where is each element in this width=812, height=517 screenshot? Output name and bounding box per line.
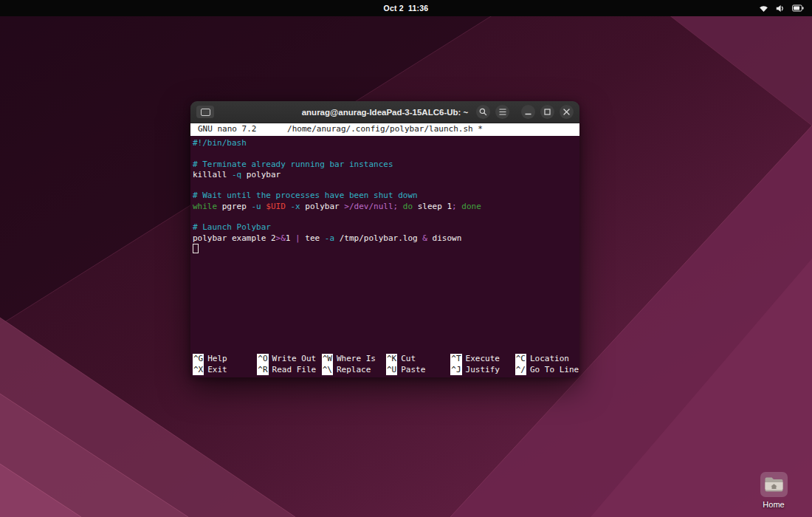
nano-cursor xyxy=(193,244,199,253)
nano-line xyxy=(193,244,579,256)
nano-line: while pgrep -u $UID -x polybar >/dev/nul… xyxy=(193,202,579,212)
nano-text-segment: killall xyxy=(193,170,232,179)
system-status-area[interactable] xyxy=(759,0,804,16)
nano-text-segment: 1 xyxy=(286,233,295,243)
nano-text-segment: sleep 1 xyxy=(413,202,452,211)
home-folder-tile xyxy=(760,472,788,497)
nano-titlebar: GNU nano 7.2 /home/anurag/.config/polyba… xyxy=(190,123,579,136)
nano-line xyxy=(193,212,579,222)
nano-shortcut: ^XExit xyxy=(193,365,257,375)
window-controls xyxy=(476,105,574,119)
nano-text-segment: do xyxy=(403,202,413,211)
nano-shortcut: ^JJustify xyxy=(450,365,515,375)
nano-text-segment: done xyxy=(461,202,481,211)
nano-text-segment: -a xyxy=(325,233,334,243)
shortcut-key: ^K xyxy=(386,354,397,364)
maximize-icon xyxy=(544,109,551,115)
nano-text-segment: >& xyxy=(276,233,286,243)
shortcut-key: ^J xyxy=(450,365,461,375)
top-bar: Oct 2 11:36 xyxy=(0,0,812,16)
nano-line: # Terminate already running bar instance… xyxy=(193,160,579,170)
nano-shortcut: ^OWrite Out xyxy=(257,354,321,364)
shortcut-key: ^G xyxy=(193,354,204,364)
terminal-content[interactable]: GNU nano 7.2 /home/anurag/.config/polyba… xyxy=(190,123,579,377)
shortcut-label: Read File xyxy=(272,365,317,375)
shortcut-label: Exit xyxy=(207,365,227,375)
shortcut-label: Go To Line xyxy=(530,365,579,375)
menu-button[interactable] xyxy=(495,105,509,119)
shortcut-key: ^X xyxy=(193,365,204,375)
home-folder-icon xyxy=(764,476,784,493)
nano-text-segment: /tmp/polybar.log xyxy=(334,233,422,243)
wifi-icon xyxy=(759,4,768,13)
nano-line: polybar example 2>&1 | tee -a /tmp/polyb… xyxy=(193,233,579,244)
shortcut-key: ^W xyxy=(322,354,333,364)
minimize-icon xyxy=(525,109,531,115)
nano-shortcut: ^WWhere Is xyxy=(322,354,386,364)
close-icon xyxy=(563,109,570,115)
nano-text-segment: pgrep xyxy=(217,202,251,211)
shortcut-label: Cut xyxy=(401,354,416,364)
nano-version: GNU nano 7.2 xyxy=(198,124,256,134)
shortcut-key: ^\ xyxy=(322,365,333,375)
nano-text-segment: disown xyxy=(427,233,461,243)
nano-text-segment: #!/bin/bash xyxy=(193,138,247,148)
shortcut-label: Execute xyxy=(466,354,500,364)
shortcut-key: ^C xyxy=(515,354,526,364)
nano-shortcut: ^UPaste xyxy=(386,365,450,375)
nano-line: # Wait until the processes have been shu… xyxy=(193,191,579,201)
nano-text-segment: -q xyxy=(232,170,241,179)
shortcut-label: Help xyxy=(207,354,227,364)
desktop-home-shortcut[interactable]: Home xyxy=(751,472,796,509)
shortcut-label: Paste xyxy=(401,365,425,375)
nano-shortcut: ^GHelp xyxy=(193,354,257,364)
maximize-button[interactable] xyxy=(540,105,554,119)
shortcut-key: ^U xyxy=(386,365,397,375)
shortcut-label: Location xyxy=(530,354,569,364)
nano-text-segment: while xyxy=(193,202,217,211)
shortcut-key: ^O xyxy=(257,354,268,364)
nano-shortcut: ^\Replace xyxy=(322,365,386,375)
hamburger-menu-icon xyxy=(499,109,506,115)
nano-shortcut: ^/Go To Line xyxy=(515,365,579,375)
home-label: Home xyxy=(763,500,784,509)
shortcut-key: ^T xyxy=(450,354,461,364)
terminal-tab-icon xyxy=(201,109,210,116)
nano-text-segment: polybar example 2 xyxy=(193,233,276,243)
search-button[interactable] xyxy=(476,105,490,119)
minimize-button[interactable] xyxy=(521,105,535,119)
nano-shortcut: ^KCut xyxy=(386,354,450,364)
nano-line: # Launch Polybar xyxy=(193,222,579,233)
terminal-window: anurag@anurag-IdeaPad-3-15ALC6-Ub: ~ xyxy=(190,101,579,377)
new-tab-button[interactable] xyxy=(196,106,214,118)
window-title: anurag@anurag-IdeaPad-3-15ALC6-Ub: ~ xyxy=(302,108,469,117)
nano-text-segment: -u xyxy=(251,202,261,211)
nano-line: #!/bin/bash xyxy=(193,138,579,148)
nano-line xyxy=(193,180,579,191)
nano-shortcut-row: ^GHelp^OWrite Out^WWhere Is^KCut^TExecut… xyxy=(193,354,579,364)
nano-editor[interactable]: #!/bin/bash# Terminate already running b… xyxy=(190,136,579,354)
volume-icon xyxy=(776,4,785,13)
nano-shortcut: ^CLocation xyxy=(515,354,579,364)
nano-line xyxy=(193,148,579,159)
shortcut-label: Justify xyxy=(466,365,500,375)
nano-text-segment: # Wait until the processes have been shu… xyxy=(193,191,418,200)
nano-text-segment: ; xyxy=(452,202,457,211)
clock[interactable]: Oct 2 11:36 xyxy=(384,0,429,16)
nano-text-segment xyxy=(398,202,403,211)
nano-shortcut-row: ^XExit^RRead File^\Replace^UPaste^JJusti… xyxy=(193,365,579,375)
search-icon xyxy=(479,108,487,116)
nano-text-segment: & xyxy=(422,233,427,243)
battery-icon xyxy=(792,4,804,12)
nano-text-segment: # Terminate already running bar instance… xyxy=(193,160,393,169)
shortcut-label: Write Out xyxy=(272,354,317,364)
nano-text-segment: tee xyxy=(300,233,325,243)
nano-shortcuts: ^GHelp^OWrite Out^WWhere Is^KCut^TExecut… xyxy=(190,354,579,377)
nano-line: killall -q polybar xyxy=(193,170,579,180)
nano-text-segment: # Launch Polybar xyxy=(193,222,271,232)
shortcut-key: ^/ xyxy=(515,365,526,375)
shortcut-label: Where Is xyxy=(337,354,376,364)
window-titlebar[interactable]: anurag@anurag-IdeaPad-3-15ALC6-Ub: ~ xyxy=(190,101,579,123)
nano-text-segment: -x xyxy=(290,202,300,211)
close-button[interactable] xyxy=(560,105,574,119)
